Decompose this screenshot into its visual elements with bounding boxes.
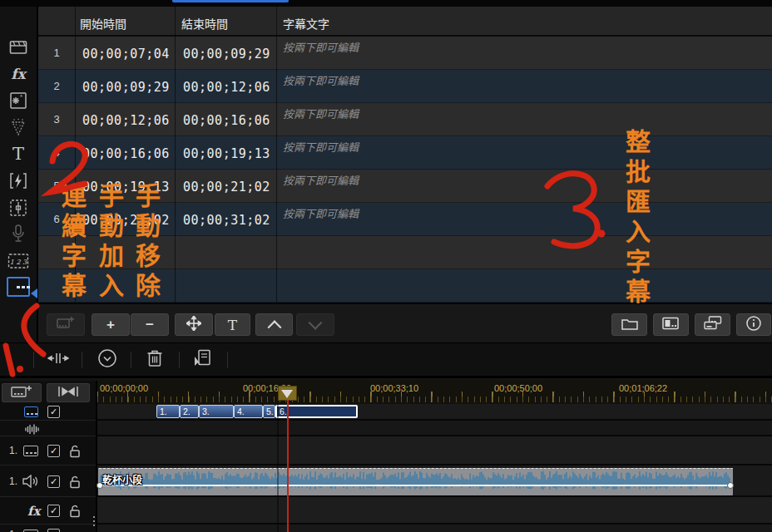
timeline-gridline <box>277 404 279 532</box>
subtitle-track-enable-checkbox[interactable]: ✓ <box>47 406 60 418</box>
column-divider <box>75 7 76 303</box>
partial-track[interactable] <box>97 525 772 532</box>
column-divider <box>175 7 176 303</box>
subtitle-text-cell[interactable]: 按兩下即可編輯 <box>283 106 359 121</box>
playhead-line[interactable] <box>287 400 289 532</box>
end-time-cell[interactable]: 00;00;12;06 <box>183 80 270 95</box>
transition-room-icon <box>8 172 28 190</box>
subtitle-track-icon <box>24 406 38 417</box>
video-track-icon <box>23 446 38 456</box>
end-time-cell[interactable]: 00;00;21;02 <box>183 180 270 195</box>
subtitle-text-cell[interactable]: 按兩下即可編輯 <box>283 72 359 88</box>
subtitle-table-header: 開始時間 結束時間 字幕文字 <box>38 7 772 37</box>
end-time-cell[interactable]: 00;00;19;13 <box>183 146 270 161</box>
subtitle-text-cell[interactable]: 按兩下即可編輯 <box>283 172 359 188</box>
row-number: 3 <box>38 113 75 126</box>
sidebar-item-chapter-room[interactable]: 1 2 3 <box>7 250 30 272</box>
media-room-icon <box>8 38 28 57</box>
previous-subtitle-button[interactable] <box>255 313 293 336</box>
sidebar-item-media-room[interactable] <box>7 37 30 58</box>
folder-icon <box>621 317 638 333</box>
audio-track-enable-checkbox[interactable]: ✓ <box>47 475 60 488</box>
subtitle-clip-2[interactable]: 2. <box>180 405 199 418</box>
start-time-cell[interactable]: 00;00;09;29 <box>82 80 170 95</box>
volume-keyframe-node[interactable] <box>727 482 734 489</box>
start-time-cell[interactable]: 00;00;19;13 <box>82 180 170 195</box>
sidebar-item-audio-mixing-room[interactable] <box>7 197 30 219</box>
set-duration-button[interactable] <box>93 348 121 372</box>
delete-button[interactable] <box>141 348 169 372</box>
sidebar-item-particle-room[interactable] <box>7 116 30 138</box>
minus-icon: − <box>146 318 154 332</box>
fx-track-enable-checkbox[interactable]: ✓ <box>47 505 60 517</box>
export-srt-button[interactable] <box>695 313 730 336</box>
video-track[interactable] <box>97 436 772 466</box>
subtitle-row-5[interactable]: 5 00;00;19;13 00;00;21;02 按兩下即可編輯 <box>38 170 772 203</box>
playhead-triangle-icon <box>281 390 293 398</box>
import-subtitle-file-button[interactable] <box>611 313 647 336</box>
unlock-icon[interactable] <box>69 475 81 492</box>
start-time-cell[interactable]: 00;00;12;06 <box>82 113 170 128</box>
precision-cut-button[interactable] <box>47 383 90 402</box>
unlock-icon[interactable] <box>69 504 81 521</box>
sidebar-item-effect-room[interactable]: fx <box>7 63 30 85</box>
sidebar-item-transition-room[interactable] <box>7 170 30 192</box>
track-enable-checkbox[interactable]: ✓ <box>47 529 60 532</box>
subtitle-clip-5[interactable]: 5. <box>263 405 275 418</box>
audio-track[interactable]: 乾杯小段 <box>97 466 772 497</box>
subtitle-clip-3[interactable]: 3. <box>199 405 234 418</box>
end-time-cell[interactable]: 00;00;16;06 <box>183 113 270 128</box>
toolbar-divider <box>227 352 228 368</box>
add-subtitle-button[interactable]: + <box>92 313 130 336</box>
active-tab-underline <box>172 0 289 2</box>
select-page-icon <box>193 349 211 371</box>
subtitle-waveform-row-header <box>0 421 96 436</box>
row-number: 6 <box>38 213 75 225</box>
subtitle-row-3[interactable]: 3 00;00;12;06 00;00;16;06 按兩下即可編輯 <box>38 103 772 136</box>
move-icon <box>186 316 201 334</box>
sidebar-item-voiceover-room[interactable] <box>7 223 30 244</box>
start-time-cell[interactable]: 00;00;21;02 <box>82 213 170 228</box>
add-subtitle-from-clip-button[interactable] <box>47 313 85 336</box>
sidebar-item-title-room[interactable]: T <box>7 143 30 165</box>
particle-room-icon <box>8 117 28 137</box>
end-time-cell[interactable]: 00;00;31;02 <box>183 213 270 228</box>
subtitle-row-4[interactable]: 4 00;00;16;06 00;00;19;13 按兩下即可編輯 <box>38 136 772 170</box>
subtitle-text-format-button[interactable]: T <box>215 313 250 336</box>
subtitle-text-cell[interactable]: 按兩下即可編輯 <box>283 139 359 155</box>
sidebar-item-subtitle-room[interactable] <box>7 277 30 297</box>
subtitle-row-6[interactable]: 6 00;00;21;02 00;00;31;02 按兩下即可編輯 <box>38 203 772 236</box>
subtitle-text-cell[interactable]: 按兩下即可編輯 <box>283 205 359 221</box>
video-track-enable-checkbox[interactable]: ✓ <box>47 445 60 457</box>
video-track-header: 1. ✓ <box>0 436 96 466</box>
start-time-cell[interactable]: 00;00;16;06 <box>82 146 170 161</box>
audio-clip[interactable]: 乾杯小段 <box>98 468 733 495</box>
volume-line[interactable] <box>98 485 733 486</box>
remove-subtitle-button[interactable]: − <box>131 313 169 336</box>
select-clips-button[interactable] <box>188 348 216 372</box>
powerdirector-subtitle-room: fx * T <box>0 0 772 532</box>
end-time-cell[interactable]: 00;00;09;29 <box>183 47 270 62</box>
subtitle-clip-4[interactable]: 4. <box>234 405 263 418</box>
next-subtitle-button[interactable] <box>296 313 334 336</box>
split-clip-button[interactable] <box>44 348 72 372</box>
plus-icon: + <box>106 318 115 332</box>
align-markers-icon <box>57 386 79 401</box>
subtitle-track[interactable]: 1. 2. 3. 4. 5. 6. <box>97 404 772 421</box>
sidebar-item-pip-room[interactable]: * <box>7 90 30 111</box>
subtitle-row-1[interactable]: 1 00;00;07;04 00;00;09;29 按兩下即可編輯 <box>38 37 772 70</box>
import-srt-button[interactable] <box>653 313 689 336</box>
fx-track[interactable] <box>97 497 772 525</box>
info-button[interactable] <box>736 313 771 336</box>
move-subtitle-button[interactable] <box>175 313 213 336</box>
svg-text:1 2 3: 1 2 3 <box>10 259 27 266</box>
playhead-marker[interactable] <box>278 386 297 401</box>
start-time-cell[interactable]: 00;00;07;04 <box>82 47 170 62</box>
subtitle-track-manager-button[interactable] <box>2 383 42 402</box>
subtitle-text-cell[interactable]: 按兩下即可編輯 <box>283 39 359 55</box>
subtitle-row-2[interactable]: 2 00;00;09;29 00;00;12;06 按兩下即可編輯 <box>38 70 772 103</box>
text-format-icon: T <box>228 317 237 333</box>
unlock-icon[interactable] <box>69 444 81 461</box>
timeline-ruler[interactable]: 00;00;00;00 00;00;16;20 00;00;33;10 00;0… <box>97 381 772 404</box>
subtitle-clip-1[interactable]: 1. <box>156 405 180 418</box>
